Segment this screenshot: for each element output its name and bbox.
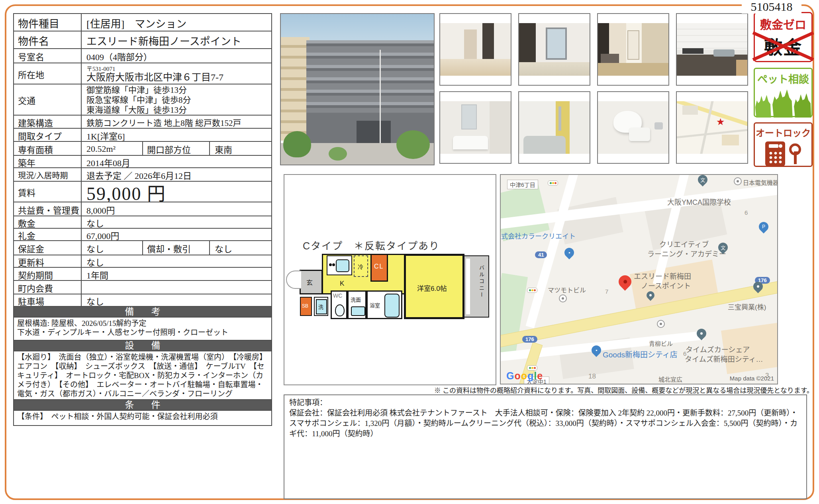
shoe-box-label: SB xyxy=(302,303,308,309)
route-41-badge: 41 xyxy=(535,251,547,258)
rent-value: 59,000 円 xyxy=(82,182,271,202)
balcony-rail xyxy=(466,259,470,314)
remarks-text: 屋根構造: 陸屋根、2026/05/15解約予定 下水道・ディンプルキー・人感セ… xyxy=(14,318,271,340)
floorplan-caption: Cタイプ ＊反転タイプあり xyxy=(303,238,440,252)
map-label-ymca: 大阪YMCA国際学校 xyxy=(667,196,731,207)
poi-pin-icon xyxy=(559,294,567,302)
badge-autolock: オートロック xyxy=(754,122,813,167)
mini-map-canvas: ★ xyxy=(677,101,747,154)
photo-walls xyxy=(598,23,668,76)
floorplan-balcony: バルコニー xyxy=(464,255,489,318)
school-pin-icon: 文 xyxy=(696,174,709,186)
traffic-light-icon xyxy=(548,180,558,186)
badge-pets-allowed: ペット相談 xyxy=(754,68,813,117)
floorplan-drawing: K 冷 CL 玄 SB xyxy=(298,254,492,320)
table-row-built: 築年 2014年08月 xyxy=(14,156,271,167)
row-label: 間取タイプ xyxy=(14,129,81,141)
address-text: 大阪府大阪市北区中津６丁目7-7 xyxy=(86,72,223,82)
table-row-guarantee: 保証金 なし 償却・敷引 なし xyxy=(14,241,271,255)
dog-silhouettes-icon xyxy=(755,86,811,118)
transport-line: 御堂筋線「中津」徒歩13分 xyxy=(86,85,187,95)
table-row-occupancy: 現況/入居時期 退去予定 ／ 2026年6月12日 xyxy=(14,168,271,181)
table-row-area: 専有面積 20.52m² 開口部方位 東南 xyxy=(14,142,271,155)
row-label: 建築構造 xyxy=(14,116,81,128)
photo-washbasin xyxy=(439,91,511,164)
floorplan-shoe-box: SB xyxy=(300,297,312,316)
photo-mini-map: ★ xyxy=(676,91,748,164)
parking-glyph: P xyxy=(762,224,765,229)
row-value xyxy=(82,281,271,294)
row-label: 交通 xyxy=(14,84,81,115)
key-stem xyxy=(794,154,797,164)
school-glyph: 文 xyxy=(721,244,725,251)
photo-toilet-tank xyxy=(629,127,650,141)
row-value: なし xyxy=(82,216,271,228)
photo-basin xyxy=(453,136,488,149)
table-row-parking: 駐車場 なし xyxy=(14,294,271,306)
photo-hall-doorway xyxy=(464,29,477,60)
row-label-2: 開口部方位 xyxy=(143,142,209,155)
photo-floor xyxy=(519,62,590,76)
google-logo: Google xyxy=(506,370,543,382)
photo-kitchen-corridor xyxy=(597,13,669,86)
photo-walls xyxy=(519,101,590,154)
row-value-2: なし xyxy=(210,241,271,255)
table-row-deposit: 敷金 なし xyxy=(14,216,271,228)
photo-bathtub xyxy=(523,136,566,154)
row-value: [住居用] マンション xyxy=(82,14,271,31)
floorplan-entrance: 玄 xyxy=(300,270,323,294)
special-notes-title: 特記事項： xyxy=(289,398,801,408)
row-value: 2014年08月 xyxy=(82,156,271,167)
row-value-2: 東南 xyxy=(210,142,271,155)
table-row-name: 物件名 エスリード新梅田ノースポイント xyxy=(14,31,271,48)
section-header-equipment: 設 備 xyxy=(14,341,271,351)
intercom-slot xyxy=(769,144,778,148)
table-row-common-fee: 共益費・管理費 8,000円 xyxy=(14,202,271,216)
poi-pin-icon xyxy=(657,320,665,328)
entry-door-arc xyxy=(286,271,301,289)
washstand-sink xyxy=(351,306,365,316)
row-label: 町内会費 xyxy=(14,281,81,294)
bathtub-shape xyxy=(384,294,400,318)
table-row-contract: 契約期間 1年間 xyxy=(14,268,271,280)
map-label-aoyagi: 青柳ビル xyxy=(649,339,673,347)
row-label: 専有面積 xyxy=(14,142,81,155)
conditions-text: 【条件】 ペット相談・外国人契約可能・保証会社利用必須 xyxy=(14,411,271,425)
row-value: なし xyxy=(82,294,271,306)
photo-walls xyxy=(519,23,590,76)
photo-tiles xyxy=(677,23,747,76)
badge-no-deposit: 敷金ゼロ 敷金 xyxy=(754,12,813,62)
row-label: 敷金 xyxy=(14,216,81,228)
remarks-line: 屋根構造: 陸屋根、2026/05/15解約予定 xyxy=(17,319,268,328)
floorplan-fridge: 冷 xyxy=(354,255,368,277)
photo-floor xyxy=(598,63,668,76)
postal-code: 〒531-0071 xyxy=(86,66,116,72)
faucet-dot xyxy=(329,263,332,266)
floorplan-wc: WC xyxy=(331,290,347,319)
row-value: 67,000円 xyxy=(82,229,271,240)
photo-toilet xyxy=(597,91,669,164)
row-value: 退去予定 ／ 2026年6月12日 xyxy=(82,168,271,181)
map-label-nakatsu6: 中津6丁目 xyxy=(507,180,538,189)
shop-pin-icon: ▪ xyxy=(562,246,576,259)
photo-bathroom xyxy=(518,91,590,164)
laundry-label: 洗 xyxy=(318,303,323,310)
floorplan-closet: CL xyxy=(370,254,388,282)
map-number: 6 xyxy=(745,209,748,216)
photo-entrance xyxy=(357,121,391,143)
map-number: 7 xyxy=(605,288,608,295)
row-label: 更新料 xyxy=(14,255,81,267)
kitchen-label: K xyxy=(340,280,344,288)
equipment-text: 【水廻り】 洗面台（独立）・浴室乾燥機・洗濯機置場（室内） 【冷暖房】 エアコン… xyxy=(14,351,271,399)
photo-door xyxy=(627,30,639,60)
poi-pin-icon xyxy=(734,177,742,185)
row-value: 1K[洋室6] xyxy=(82,129,271,141)
row-label: 礼金 xyxy=(14,229,81,240)
table-row-renewal: 更新料 なし xyxy=(14,255,271,267)
row-label: 賃料 xyxy=(14,182,81,202)
section-header-conditions: 条 件 xyxy=(14,400,271,410)
map-label-creative-1: クリエイティブ xyxy=(659,239,709,249)
wc-label: WC xyxy=(333,292,342,299)
map-copyright: Map data ©2021 xyxy=(730,375,774,382)
row-value: エスリード新梅田ノースポイント xyxy=(82,31,271,48)
